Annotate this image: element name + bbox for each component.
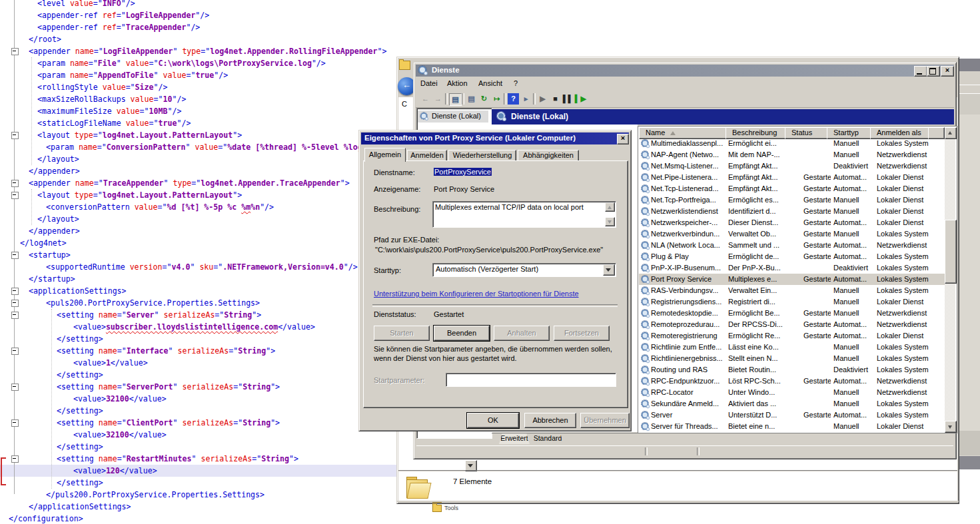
service-row[interactable]: Net.Tcp-Portfreiga...Ermöglicht es...Ges… [639, 194, 945, 206]
service-row[interactable]: Plug & PlayErmöglicht de...GestartetAuto… [639, 251, 945, 262]
service-starttype: Automat... [833, 274, 874, 285]
code-collapse-box[interactable] [11, 419, 19, 427]
startparam-input[interactable] [446, 373, 616, 387]
service-gear-icon [642, 230, 650, 239]
menu-item-ansicht[interactable]: Ansicht [478, 79, 502, 87]
services-titlebar[interactable]: Dienste × [416, 65, 954, 77]
properties-icon[interactable]: ▤ [466, 93, 477, 105]
code-collapse-box[interactable] [11, 192, 19, 199]
service-row[interactable]: Server für Threads...Bietet eine n...Man… [639, 421, 945, 432]
close-button[interactable]: × [941, 66, 954, 77]
startoptions-help-link[interactable]: Unterstützung beim Konfigurieren der Sta… [374, 290, 579, 298]
export-list-icon[interactable]: ↦ [491, 93, 502, 105]
forward-icon[interactable]: → [432, 93, 444, 105]
menu-item-help[interactable]: ? [514, 79, 518, 87]
service-row[interactable]: Richtlinienergebniss...Stellt einen N...… [639, 353, 945, 364]
help-icon[interactable]: ? [508, 93, 519, 105]
starttype-combobox[interactable]: Automatisch (Verzögerter Start) [432, 263, 616, 277]
show-console-tree-icon[interactable]: ▤ [449, 93, 462, 106]
beenden-button[interactable]: Beenden [434, 326, 490, 341]
service-row[interactable]: Richtlinie zum Entfe...Lässt eine Ko...M… [639, 342, 945, 353]
service-name-value[interactable]: PortProxyService [434, 168, 492, 176]
service-row[interactable]: NLA (Network Loca...Sammelt und ...Gesta… [639, 240, 945, 251]
menu-item-aktion[interactable]: Aktion [447, 79, 468, 87]
code-collapse-box[interactable] [11, 312, 19, 319]
code-collapse-box[interactable] [11, 300, 19, 307]
code-line: <value>1</value> [0, 357, 413, 369]
service-gear-icon [642, 196, 650, 205]
service-row[interactable]: Routing und RASBietet Routin...Deaktivie… [639, 364, 945, 376]
combobox-dropdown-button[interactable] [603, 264, 615, 276]
code-collapse-box[interactable] [11, 252, 19, 259]
service-row[interactable]: Sekundäre Anmeld...Aktiviert das ...Manu… [639, 398, 945, 409]
service-row[interactable]: Multimediaklassenpl...Ermöglicht ei...Ma… [639, 138, 945, 149]
service-logon: Netzwerkdienst [877, 240, 941, 251]
service-gear-icon [642, 162, 650, 171]
stop-service-icon[interactable]: ■ [550, 93, 561, 105]
service-row[interactable]: RPC-LocatorUnter Windo...ManuellNetzwerk… [639, 387, 945, 398]
code-collapse-box[interactable] [11, 180, 19, 187]
textarea-scroll-up-button[interactable] [605, 202, 615, 212]
service-row[interactable]: NetzwerklistendienstIdentifiziert d...Ge… [639, 206, 945, 217]
service-row[interactable]: Net.Pipe-Listenera...Empfängt Akt...Gest… [639, 172, 945, 183]
tab-erweitert[interactable]: Erweitert [499, 433, 530, 444]
service-row[interactable]: Netzwerkspeicher-...Dieser Dienst...Gest… [639, 217, 945, 228]
service-logon: Lokaler Dienst [877, 217, 941, 228]
scroll-up-button[interactable] [945, 127, 957, 139]
service-row[interactable]: Net.Msmq-Listener...Empfängt Akt...Deakt… [639, 160, 945, 172]
service-row[interactable]: Port Proxy ServiceMultiplexes e...Gestar… [639, 274, 945, 285]
code-line: <supportedRuntime version="v4.0" sku=".N… [0, 261, 413, 273]
service-name: RPC-Endpunktzuor... [651, 376, 726, 387]
fortsetzen-button[interactable]: Fortsetzen [554, 326, 610, 341]
service-row[interactable]: Net.Tcp-Listenerad...Empfängt Akt...Gest… [639, 183, 945, 194]
start-service-icon[interactable]: ▶ [537, 93, 548, 105]
minimize-button[interactable] [914, 66, 927, 77]
service-row[interactable]: ServerUnterstützt D...GestartetAutomat..… [639, 409, 945, 421]
code-collapse-box[interactable] [11, 132, 19, 139]
restart-service-icon[interactable]: ▍▶ [575, 93, 586, 105]
cancel-button[interactable]: Abbrechen [524, 413, 576, 428]
service-row[interactable]: PnP-X-IP-Busenum...Der PnP-X-Bu...Deakti… [639, 262, 945, 274]
service-name: Remoteprozedurau... [651, 319, 726, 330]
service-row[interactable]: RAS-Verbindungsv...Verwaltet Ein...Manue… [639, 285, 945, 296]
service-logon: Netzwerkdienst [877, 149, 941, 160]
code-collapse-box[interactable] [11, 384, 19, 391]
tab-standard[interactable]: Standard [532, 433, 564, 444]
scroll-down-button[interactable] [945, 421, 957, 433]
code-line: <applicationSettings> [0, 285, 413, 297]
starten-button[interactable]: Starten [374, 326, 430, 341]
apply-button[interactable]: Übernehmen [580, 413, 630, 428]
description-textarea[interactable]: Multiplexes external TCP/IP data on loca… [432, 201, 616, 228]
scrollbar-thumb[interactable] [945, 220, 957, 284]
service-row[interactable]: NAP-Agent (Netwo...Mit dem NAP-...Manuel… [639, 149, 945, 160]
explorer-tree-item[interactable]: Tools [432, 505, 458, 513]
code-collapse-box[interactable] [11, 348, 19, 355]
anhalten-button[interactable]: Anhalten [494, 326, 550, 341]
code-collapse-box[interactable] [11, 288, 19, 295]
tree-item-dienste-lokal[interactable]: Dienste (Lokal) [418, 111, 488, 123]
service-starttype: Manuell [833, 342, 874, 353]
code-collapse-box[interactable] [11, 48, 19, 55]
service-gear-icon [642, 242, 650, 250]
pause-service-icon[interactable]: ▌▌ [562, 93, 574, 105]
refresh-icon[interactable]: ↻ [478, 93, 490, 105]
service-logon: Lokales System [877, 228, 941, 240]
service-logon: Lokales System [877, 409, 941, 421]
service-row[interactable]: Remoteprozedurau...Der RPCSS-Di...Gestar… [639, 319, 945, 330]
menu-item-datei[interactable]: Datei [420, 79, 438, 87]
service-row[interactable]: Netzwerkverbindun...Verwaltet Ob...Gesta… [639, 228, 945, 240]
statusbar [416, 445, 953, 457]
service-row[interactable]: RemoteregistrierungErmöglicht Re...Gesta… [639, 330, 945, 342]
service-row[interactable]: Registrierungsdiens...Registriert di...M… [639, 296, 945, 308]
ok-button[interactable]: OK [467, 413, 519, 428]
maximize-button[interactable] [927, 66, 940, 77]
code-collapse-box[interactable] [11, 455, 19, 463]
extended-view-icon[interactable]: ▸ [520, 93, 532, 105]
services-list[interactable]: NameBeschreibungStatusStarttypAnmelden a… [638, 126, 957, 433]
service-row[interactable]: Remotedesktopdie...Ermöglicht Be...Gesta… [639, 308, 945, 319]
textarea-scroll-down-button[interactable] [605, 217, 615, 226]
service-logon: Lokales System [877, 398, 941, 409]
list-scrollbar[interactable] [945, 127, 955, 431]
back-icon[interactable]: ← [420, 93, 431, 105]
service-row[interactable]: RPC-Endpunktzuor...Löst RPC-Sch...Gestar… [639, 376, 945, 387]
